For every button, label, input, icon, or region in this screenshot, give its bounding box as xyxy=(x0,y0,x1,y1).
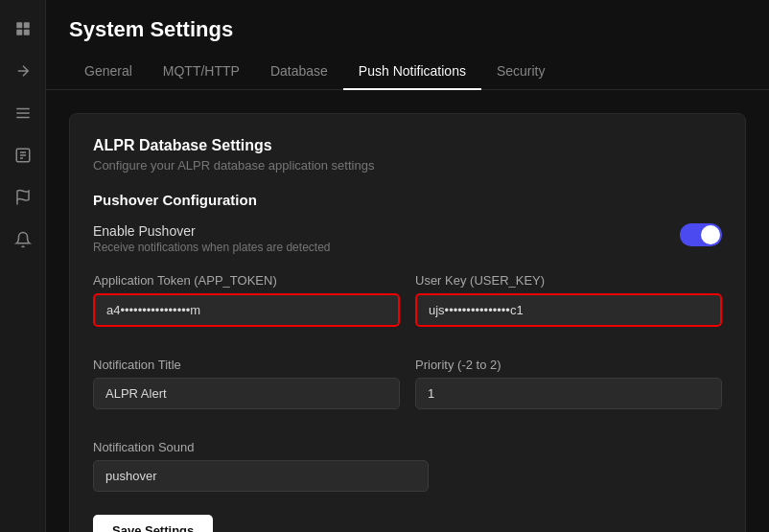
tab-security[interactable]: Security xyxy=(481,54,561,90)
sidebar xyxy=(0,0,46,532)
main-content: System Settings General MQTT/HTTP Databa… xyxy=(46,0,769,532)
sidebar-item-alerts[interactable] xyxy=(6,222,40,257)
svg-rect-3 xyxy=(23,30,29,35)
enable-pushover-text: Enable Pushover Receive notifications wh… xyxy=(93,223,330,254)
svg-rect-1 xyxy=(23,22,29,28)
title-priority-grid: Notification Title Priority (-2 to 2) xyxy=(93,358,722,425)
card-subtitle: Configure your ALPR database application… xyxy=(93,158,722,173)
priority-input[interactable] xyxy=(415,378,722,409)
notification-title-input[interactable] xyxy=(93,378,400,409)
enable-pushover-label: Enable Pushover xyxy=(93,223,330,239)
enable-pushover-description: Receive notifications when plates are de… xyxy=(93,241,330,254)
svg-rect-2 xyxy=(16,30,22,35)
toggle-knob xyxy=(701,225,720,244)
notification-title-label: Notification Title xyxy=(93,358,400,372)
enable-pushover-row: Enable Pushover Receive notifications wh… xyxy=(93,223,722,254)
sidebar-item-flag[interactable] xyxy=(6,180,40,215)
card-title: ALPR Database Settings xyxy=(93,137,722,154)
page-header: System Settings xyxy=(46,0,769,54)
section-title: Pushover Configuration xyxy=(93,192,722,208)
settings-card: ALPR Database Settings Configure your AL… xyxy=(69,113,746,532)
sidebar-item-reports[interactable] xyxy=(6,138,40,173)
app-token-input[interactable] xyxy=(93,293,400,327)
user-key-input[interactable] xyxy=(415,293,722,327)
tab-general[interactable]: General xyxy=(69,54,148,90)
sidebar-item-dashboard[interactable] xyxy=(6,12,40,46)
token-key-grid: Application Token (APP_TOKEN) User Key (… xyxy=(93,273,722,342)
enable-pushover-toggle[interactable] xyxy=(680,223,722,246)
sidebar-item-routes[interactable] xyxy=(6,54,40,88)
user-key-group: User Key (USER_KEY) xyxy=(415,273,722,327)
content-area: ALPR Database Settings Configure your AL… xyxy=(46,90,769,532)
priority-group: Priority (-2 to 2) xyxy=(415,358,722,409)
tab-bar: General MQTT/HTTP Database Push Notifica… xyxy=(46,54,769,90)
user-key-label: User Key (USER_KEY) xyxy=(415,273,722,288)
notification-title-group: Notification Title xyxy=(93,358,400,409)
svg-rect-0 xyxy=(16,22,22,28)
notification-sound-input[interactable] xyxy=(93,460,429,492)
notification-sound-group: Notification Sound xyxy=(93,440,429,492)
page-title: System Settings xyxy=(69,17,746,42)
notification-sound-label: Notification Sound xyxy=(93,440,429,454)
app-token-label: Application Token (APP_TOKEN) xyxy=(93,273,400,288)
app-token-group: Application Token (APP_TOKEN) xyxy=(93,273,400,327)
tab-mqtt[interactable]: MQTT/HTTP xyxy=(148,54,255,90)
tab-database[interactable]: Database xyxy=(255,54,343,90)
priority-label: Priority (-2 to 2) xyxy=(415,358,722,372)
tab-push-notifications[interactable]: Push Notifications xyxy=(343,54,481,90)
save-settings-button[interactable]: Save Settings xyxy=(93,515,213,532)
sidebar-item-list[interactable] xyxy=(6,96,40,130)
